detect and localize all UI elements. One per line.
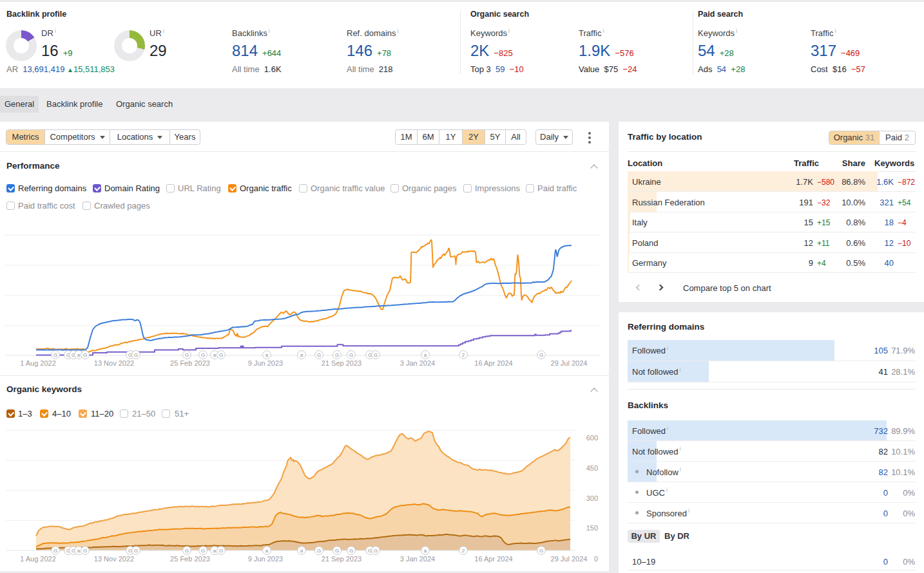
svg-text:2: 2: [462, 352, 465, 358]
svg-text:G: G: [335, 352, 339, 358]
svg-text:13 Nov 2022: 13 Nov 2022: [94, 359, 134, 367]
svg-text:G: G: [349, 352, 353, 358]
svg-text:G: G: [317, 352, 321, 358]
svg-text:G: G: [83, 548, 87, 554]
svg-text:G: G: [219, 352, 223, 358]
svg-text:300: 300: [586, 494, 598, 502]
svg-text:a: a: [213, 548, 217, 554]
svg-text:450: 450: [586, 464, 598, 472]
svg-text:G: G: [539, 352, 543, 358]
svg-text:G: G: [53, 548, 57, 554]
svg-text:G: G: [134, 548, 138, 554]
svg-text:G: G: [134, 352, 138, 358]
svg-text:a: a: [77, 352, 81, 358]
svg-text:G: G: [83, 352, 87, 358]
svg-text:G: G: [201, 548, 205, 554]
svg-text:G: G: [201, 352, 205, 358]
svg-text:3 Jan 2024: 3 Jan 2024: [400, 359, 435, 367]
svg-text:G: G: [335, 548, 339, 554]
svg-text:a: a: [265, 352, 269, 358]
svg-text:1 Aug 2022: 1 Aug 2022: [20, 555, 56, 563]
svg-text:16 Apr 2024: 16 Apr 2024: [474, 555, 512, 563]
svg-text:a: a: [424, 352, 427, 358]
svg-text:a: a: [213, 352, 217, 358]
svg-text:a: a: [77, 548, 81, 554]
svg-text:0: 0: [594, 555, 598, 563]
svg-text:G: G: [185, 548, 189, 554]
svg-text:600: 600: [586, 434, 598, 442]
svg-text:G: G: [219, 548, 223, 554]
svg-text:G: G: [374, 352, 378, 358]
svg-text:25 Feb 2023: 25 Feb 2023: [170, 555, 210, 563]
svg-text:a: a: [300, 352, 303, 358]
svg-text:G: G: [185, 352, 189, 358]
svg-text:16 Apr 2024: 16 Apr 2024: [474, 359, 512, 367]
svg-text:25 Feb 2023: 25 Feb 2023: [170, 359, 210, 367]
svg-text:G: G: [317, 548, 321, 554]
svg-text:3 Jan 2024: 3 Jan 2024: [400, 555, 435, 563]
svg-text:29 Jul 2024: 29 Jul 2024: [551, 359, 588, 367]
svg-text:13 Nov 2022: 13 Nov 2022: [94, 555, 134, 563]
svg-text:9 Jun 2023: 9 Jun 2023: [248, 555, 283, 563]
svg-text:21 Sep 2023: 21 Sep 2023: [322, 555, 361, 563]
svg-text:G: G: [374, 548, 378, 554]
svg-text:G: G: [53, 352, 57, 358]
svg-text:a: a: [300, 548, 303, 554]
svg-text:a: a: [424, 548, 427, 554]
svg-text:1 Aug 2022: 1 Aug 2022: [20, 359, 56, 367]
svg-text:a: a: [265, 548, 269, 554]
svg-text:2: 2: [462, 548, 465, 554]
svg-text:21 Sep 2023: 21 Sep 2023: [322, 359, 361, 367]
svg-text:150: 150: [586, 524, 598, 532]
svg-text:G: G: [349, 548, 353, 554]
svg-text:29 Jul 2024: 29 Jul 2024: [551, 555, 588, 563]
svg-text:9 Jun 2023: 9 Jun 2023: [248, 359, 283, 367]
svg-text:G: G: [539, 548, 543, 554]
